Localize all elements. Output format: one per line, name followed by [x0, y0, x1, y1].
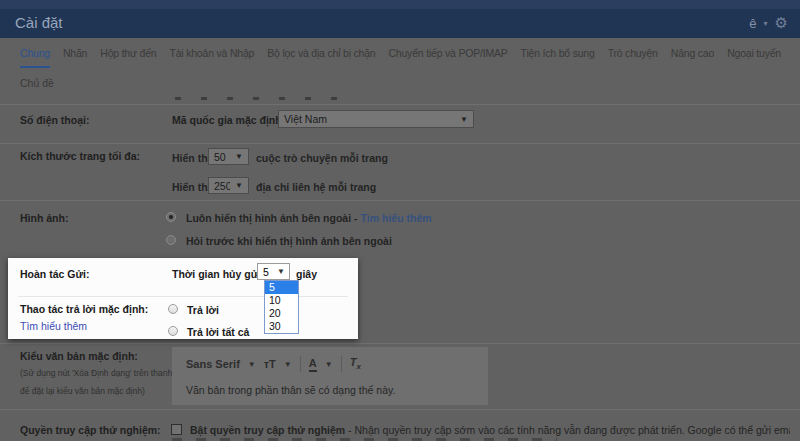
- reply-learn-more-link[interactable]: Tìm hiểu thêm: [20, 320, 87, 332]
- row-divider: [0, 143, 800, 144]
- text-style-note-line2: để đặt lại kiểu văn bản mặc định): [20, 386, 145, 396]
- tab-hop-thu-den[interactable]: Hộp thư đến: [100, 47, 156, 68]
- conversations-per-page-value: 50: [209, 151, 230, 163]
- text-style-preview: Văn bản trong phần thân sẽ có dạng thế n…: [186, 384, 395, 396]
- phone-row-label: Số điện thoại:: [20, 114, 89, 126]
- experimental-row-label: Quyền truy cập thử nghiệm:: [20, 424, 161, 436]
- country-code-select[interactable]: Việt Nam ▼: [278, 110, 474, 128]
- chevron-down-icon[interactable]: ▾: [764, 19, 768, 28]
- dropdown-option-30[interactable]: 30: [265, 320, 298, 333]
- experimental-description-text: - Nhận quyền truy cập sớm vào các tính n…: [345, 424, 790, 436]
- text-style-editor-panel: Sans Serif ▼ ᴛT ▼ A ▼ Tx Văn bản trong p…: [172, 347, 488, 405]
- always-show-images-text: Luôn hiển thị hình ảnh bên ngoài -: [186, 212, 360, 224]
- tab-chuyen-tiep[interactable]: Chuyển tiếp và POP/IMAP: [388, 47, 507, 68]
- tab-tien-ich[interactable]: Tiện ích bổ sung: [521, 47, 595, 68]
- font-size-caret-icon[interactable]: ▼: [284, 360, 292, 369]
- select-caret-icon: ▼: [230, 152, 248, 161]
- seconds-unit-label: giây: [296, 268, 317, 280]
- select-caret-icon: ▼: [230, 181, 248, 190]
- tab-bo-loc[interactable]: Bộ lọc và địa chỉ bị chặn: [267, 47, 375, 68]
- page-title: Cài đặt: [15, 14, 63, 31]
- contacts-per-page-select[interactable]: 250 ▼: [208, 177, 249, 194]
- app-header: Cài đặt ê ▾ ⚙: [0, 9, 800, 38]
- conversations-per-page-select[interactable]: 50 ▼: [208, 148, 249, 165]
- show-label-2: Hiển thị: [172, 181, 211, 193]
- row-divider: [0, 200, 800, 201]
- formatting-toolbar: Sans Serif ▼ ᴛT ▼ A ▼ Tx: [186, 356, 361, 372]
- cancellation-period-value: 5: [258, 266, 273, 278]
- ask-before-images-label: Hỏi trước khi hiển thị hình ảnh bên ngoà…: [186, 235, 392, 247]
- tab-tai-khoan[interactable]: Tài khoản và Nhập: [169, 47, 254, 68]
- gear-icon[interactable]: ⚙: [775, 14, 788, 32]
- font-family-caret-icon[interactable]: ▼: [248, 360, 256, 369]
- text-color-caret-icon[interactable]: ▼: [325, 360, 333, 369]
- experimental-checkbox-label: Bật quyền truy cập thử nghiệm: [190, 424, 345, 436]
- select-caret-icon: ▼: [273, 267, 289, 276]
- contacts-per-page-value: 250: [209, 180, 230, 192]
- tab-chung[interactable]: Chung: [20, 47, 50, 68]
- clipped-row-artifact: [175, 97, 340, 100]
- row-divider: [0, 343, 800, 344]
- tab-tro-chuyen[interactable]: Trò chuyện: [608, 47, 658, 68]
- experimental-access-checkbox[interactable]: [171, 424, 182, 435]
- images-learn-more-link[interactable]: Tìm hiểu thêm: [360, 212, 431, 224]
- undo-send-row-label: Hoàn tác Gửi:: [20, 268, 89, 280]
- remove-formatting-x: x: [356, 363, 360, 372]
- tab-nhan[interactable]: Nhãn: [63, 47, 87, 68]
- conversations-suffix: cuộc trò chuyện mỗi trang: [256, 152, 388, 164]
- text-color-icon[interactable]: A: [309, 357, 317, 372]
- cancellation-period-label: Thời gian hủy gửi:: [172, 268, 265, 280]
- always-show-images-radio[interactable]: [166, 212, 176, 222]
- toolbar-separator: [300, 356, 301, 372]
- images-row-label: Hình ảnh:: [20, 212, 68, 224]
- country-code-value: Việt Nam: [279, 113, 455, 125]
- tab-nang-cao[interactable]: Nâng cao: [671, 47, 714, 68]
- show-label-1: Hiển thị: [172, 152, 211, 164]
- country-code-label: Mã quốc gia mặc định:: [172, 114, 285, 126]
- experimental-description: Bật quyền truy cập thử nghiệm - Nhận quy…: [190, 424, 790, 436]
- cancellation-period-dropdown: 5 10 20 30: [264, 280, 299, 334]
- reply-all-radio[interactable]: [168, 326, 178, 336]
- default-reply-row-label: Thao tác trả lời mặc định:: [20, 303, 148, 315]
- select-caret-icon: ▼: [455, 115, 473, 124]
- reply-radio-label: Trả lời: [187, 304, 219, 316]
- dropdown-option-5[interactable]: 5: [265, 281, 298, 294]
- dropdown-option-20[interactable]: 20: [265, 307, 298, 320]
- ask-before-images-radio[interactable]: [166, 235, 176, 245]
- remove-formatting-icon[interactable]: Tx: [350, 356, 361, 371]
- text-style-row-label: Kiểu văn bản mặc định:: [20, 350, 138, 362]
- reply-radio[interactable]: [168, 304, 178, 314]
- always-show-images-label: Luôn hiển thị hình ảnh bên ngoài - Tìm h…: [186, 212, 432, 224]
- contacts-suffix: địa chỉ liên hệ mỗi trang: [256, 181, 376, 193]
- page-size-row-label: Kích thước trang tối đa:: [20, 150, 140, 162]
- header-top-strip: [0, 0, 800, 9]
- settings-tab-bar: Chung Nhãn Hộp thư đến Tài khoản và Nhập…: [20, 47, 781, 68]
- font-size-icon[interactable]: ᴛT: [264, 358, 276, 370]
- cancellation-period-select[interactable]: 5 ▼: [257, 263, 290, 280]
- row-divider: [0, 409, 800, 410]
- dropdown-option-10[interactable]: 10: [265, 294, 298, 307]
- font-family-button[interactable]: Sans Serif: [186, 358, 240, 370]
- gmail-settings-page: Cài đặt ê ▾ ⚙ Chung Nhãn Hộp thư đến Tài…: [0, 0, 800, 441]
- account-label[interactable]: ê: [749, 16, 756, 31]
- reply-all-radio-label: Trả lời tất cả: [187, 326, 249, 338]
- row-divider: [0, 104, 800, 105]
- tab-ngoai-tuyen[interactable]: Ngoại tuyến: [727, 47, 781, 68]
- toolbar-separator: [341, 356, 342, 372]
- spotlight-highlight-box: Hoàn tác Gửi: Thời gian hủy gửi: 5 ▼ giâ…: [8, 258, 358, 339]
- tab-chu-de[interactable]: Chủ đề: [20, 77, 54, 89]
